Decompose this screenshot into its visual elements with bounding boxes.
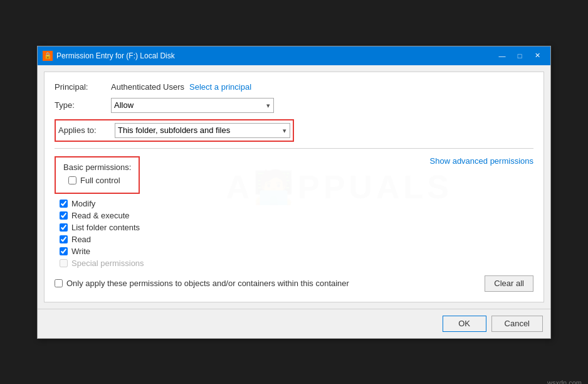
modify-checkbox[interactable] bbox=[60, 200, 68, 208]
read-label[interactable]: Read bbox=[71, 235, 91, 244]
type-select[interactable]: Allow Deny bbox=[111, 98, 274, 113]
list-folder-checkbox[interactable] bbox=[60, 223, 68, 232]
permission-row-write: Write bbox=[60, 247, 533, 256]
content-relative: A🧑‍💻PPUALS Principal: Authenticated User… bbox=[55, 82, 533, 292]
title-buttons: — □ ✕ bbox=[494, 50, 545, 62]
basic-permissions-label: Basic permissions: bbox=[63, 163, 131, 172]
window-title: Permission Entry for (F:) Local Disk bbox=[56, 51, 175, 60]
list-folder-label[interactable]: List folder contents bbox=[71, 223, 140, 232]
full-control-checkbox[interactable] bbox=[68, 176, 76, 184]
applies-to-row: Applies to: This folder, subfolders and … bbox=[55, 119, 294, 142]
main-content: A🧑‍💻PPUALS Principal: Authenticated User… bbox=[44, 72, 544, 302]
title-bar-left: 🔒 Permission Entry for (F:) Local Disk bbox=[43, 51, 175, 61]
modify-label[interactable]: Modify bbox=[71, 199, 95, 208]
ok-button[interactable]: OK bbox=[443, 316, 486, 332]
window-icon: 🔒 bbox=[43, 51, 53, 61]
type-label: Type: bbox=[55, 100, 111, 110]
permission-row-list-folder: List folder contents bbox=[60, 223, 533, 232]
basic-permissions-box: Basic permissions: Full control bbox=[55, 156, 140, 194]
only-apply-checkbox[interactable] bbox=[55, 279, 63, 287]
applies-to-select-wrapper: This folder, subfolders and files This f… bbox=[115, 123, 290, 138]
title-bar: 🔒 Permission Entry for (F:) Local Disk —… bbox=[38, 46, 550, 65]
principal-row: Principal: Authenticated Users Select a … bbox=[55, 82, 533, 92]
select-principal-link[interactable]: Select a principal bbox=[189, 82, 251, 92]
minimize-button[interactable]: — bbox=[494, 50, 510, 62]
divider bbox=[55, 148, 533, 149]
permission-entry-window: 🔒 Permission Entry for (F:) Local Disk —… bbox=[37, 46, 551, 339]
watermark-bottom: wsxdn.com bbox=[547, 379, 582, 384]
cancel-button[interactable]: Cancel bbox=[491, 316, 543, 332]
clear-all-button[interactable]: Clear all bbox=[485, 275, 533, 292]
permission-row-read: Read bbox=[60, 235, 533, 244]
read-checkbox[interactable] bbox=[60, 235, 68, 243]
special-permissions-checkbox bbox=[60, 259, 68, 267]
full-control-label[interactable]: Full control bbox=[80, 176, 120, 185]
dialog-footer: OK Cancel bbox=[38, 309, 550, 338]
restore-button[interactable]: □ bbox=[512, 50, 528, 62]
principal-value: Authenticated Users bbox=[111, 82, 184, 92]
permissions-area: Show advanced permissions Basic permissi… bbox=[55, 156, 533, 268]
read-execute-label[interactable]: Read & execute bbox=[71, 211, 130, 220]
only-apply-row: Only apply these permissions to objects … bbox=[55, 279, 349, 288]
permission-row-full-control: Full control bbox=[68, 176, 131, 185]
special-permissions-label: Special permissions bbox=[71, 259, 144, 268]
principal-label: Principal: bbox=[55, 82, 111, 92]
only-apply-label[interactable]: Only apply these permissions to objects … bbox=[66, 279, 349, 288]
permission-row-read-execute: Read & execute bbox=[60, 211, 533, 220]
permission-row-modify: Modify bbox=[60, 199, 533, 208]
type-select-wrapper: Allow Deny bbox=[111, 98, 274, 113]
show-advanced-link[interactable]: Show advanced permissions bbox=[430, 156, 533, 166]
applies-to-label: Applies to: bbox=[58, 125, 115, 135]
close-button[interactable]: ✕ bbox=[529, 50, 545, 62]
bottom-area: Only apply these permissions to objects … bbox=[55, 275, 533, 292]
read-execute-checkbox[interactable] bbox=[60, 211, 68, 220]
type-row: Type: Allow Deny bbox=[55, 98, 533, 113]
write-label[interactable]: Write bbox=[71, 247, 90, 256]
write-checkbox[interactable] bbox=[60, 247, 68, 255]
applies-to-select[interactable]: This folder, subfolders and files This f… bbox=[115, 123, 290, 138]
permission-row-special: Special permissions bbox=[60, 259, 533, 268]
